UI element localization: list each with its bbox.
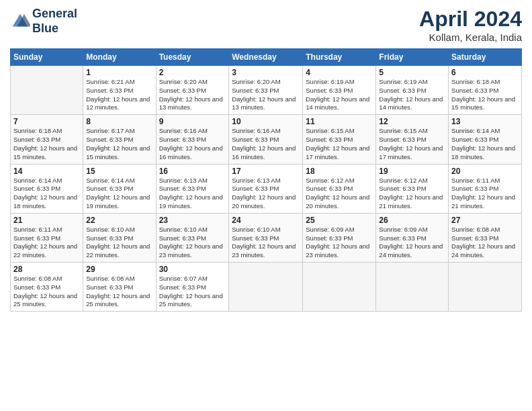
day-info: Sunrise: 6:15 AM Sunset: 6:33 PM Dayligh… [379, 127, 445, 161]
calendar-cell: 9Sunrise: 6:16 AM Sunset: 6:33 PM Daylig… [156, 115, 229, 164]
day-number: 14 [13, 167, 80, 176]
day-number: 1 [86, 68, 152, 77]
day-number: 9 [159, 117, 226, 126]
calendar-cell: 25Sunrise: 6:09 AM Sunset: 6:33 PM Dayli… [303, 213, 376, 262]
day-info: Sunrise: 6:12 AM Sunset: 6:33 PM Dayligh… [379, 177, 445, 211]
calendar-cell: 20Sunrise: 6:11 AM Sunset: 6:33 PM Dayli… [449, 164, 522, 213]
day-number: 6 [451, 68, 519, 77]
day-info: Sunrise: 6:10 AM Sunset: 6:33 PM Dayligh… [86, 226, 152, 260]
day-info: Sunrise: 6:12 AM Sunset: 6:33 PM Dayligh… [306, 177, 373, 211]
day-number: 5 [379, 68, 445, 77]
calendar-week-row: 1Sunrise: 6:21 AM Sunset: 6:33 PM Daylig… [11, 66, 522, 115]
calendar-cell: 6Sunrise: 6:18 AM Sunset: 6:33 PM Daylig… [449, 66, 522, 115]
day-number: 26 [379, 216, 445, 225]
day-number: 19 [379, 167, 445, 176]
weekday-header-friday: Friday [376, 49, 449, 66]
day-number: 20 [451, 167, 519, 176]
day-info: Sunrise: 6:08 AM Sunset: 6:33 PM Dayligh… [86, 275, 152, 309]
day-info: Sunrise: 6:19 AM Sunset: 6:33 PM Dayligh… [379, 78, 445, 112]
calendar-cell: 3Sunrise: 6:20 AM Sunset: 6:33 PM Daylig… [229, 66, 303, 115]
calendar-cell: 4Sunrise: 6:19 AM Sunset: 6:33 PM Daylig… [303, 66, 376, 115]
calendar-table: SundayMondayTuesdayWednesdayThursdayFrid… [10, 48, 522, 312]
day-number: 17 [232, 167, 300, 176]
day-number: 16 [159, 167, 226, 176]
calendar-cell: 21Sunrise: 6:11 AM Sunset: 6:33 PM Dayli… [11, 213, 83, 262]
day-number: 13 [451, 117, 519, 126]
calendar-cell: 19Sunrise: 6:12 AM Sunset: 6:33 PM Dayli… [376, 164, 449, 213]
weekday-header-sunday: Sunday [11, 49, 83, 66]
calendar-cell: 13Sunrise: 6:14 AM Sunset: 6:33 PM Dayli… [449, 115, 522, 164]
calendar-cell: 16Sunrise: 6:13 AM Sunset: 6:33 PM Dayli… [156, 164, 229, 213]
calendar-cell: 23Sunrise: 6:10 AM Sunset: 6:33 PM Dayli… [156, 213, 229, 262]
day-number: 22 [86, 216, 152, 225]
month-year: April 2024 [419, 7, 522, 32]
day-number: 4 [306, 68, 373, 77]
calendar-week-row: 28Sunrise: 6:08 AM Sunset: 6:33 PM Dayli… [11, 263, 522, 312]
calendar-cell: 15Sunrise: 6:14 AM Sunset: 6:33 PM Dayli… [83, 164, 156, 213]
logo-icon [10, 11, 30, 32]
day-info: Sunrise: 6:11 AM Sunset: 6:33 PM Dayligh… [451, 177, 519, 211]
page-container: General Blue April 2024 Kollam, Kerala, … [0, 0, 532, 318]
day-info: Sunrise: 6:08 AM Sunset: 6:33 PM Dayligh… [13, 275, 80, 309]
calendar-week-row: 14Sunrise: 6:14 AM Sunset: 6:33 PM Dayli… [11, 164, 522, 213]
calendar-cell: 7Sunrise: 6:18 AM Sunset: 6:33 PM Daylig… [11, 115, 83, 164]
calendar-cell: 8Sunrise: 6:17 AM Sunset: 6:33 PM Daylig… [83, 115, 156, 164]
day-info: Sunrise: 6:10 AM Sunset: 6:33 PM Dayligh… [159, 226, 226, 260]
day-info: Sunrise: 6:09 AM Sunset: 6:33 PM Dayligh… [379, 226, 445, 260]
day-number: 8 [86, 117, 152, 126]
calendar-cell: 27Sunrise: 6:08 AM Sunset: 6:33 PM Dayli… [449, 213, 522, 262]
calendar-cell [11, 66, 83, 115]
logo: General Blue [10, 7, 77, 36]
location: Kollam, Kerala, India [419, 32, 522, 43]
calendar-cell: 5Sunrise: 6:19 AM Sunset: 6:33 PM Daylig… [376, 66, 449, 115]
calendar-cell: 2Sunrise: 6:20 AM Sunset: 6:33 PM Daylig… [156, 66, 229, 115]
calendar-cell: 22Sunrise: 6:10 AM Sunset: 6:33 PM Dayli… [83, 213, 156, 262]
day-number: 2 [159, 68, 226, 77]
day-number: 23 [159, 216, 226, 225]
calendar-week-row: 21Sunrise: 6:11 AM Sunset: 6:33 PM Dayli… [11, 213, 522, 262]
day-info: Sunrise: 6:09 AM Sunset: 6:33 PM Dayligh… [306, 226, 373, 260]
day-info: Sunrise: 6:08 AM Sunset: 6:33 PM Dayligh… [451, 226, 519, 260]
day-info: Sunrise: 6:13 AM Sunset: 6:33 PM Dayligh… [232, 177, 300, 211]
day-number: 21 [13, 216, 80, 225]
day-number: 15 [86, 167, 152, 176]
day-info: Sunrise: 6:20 AM Sunset: 6:33 PM Dayligh… [232, 78, 300, 112]
calendar-cell: 17Sunrise: 6:13 AM Sunset: 6:33 PM Dayli… [229, 164, 303, 213]
calendar-cell: 14Sunrise: 6:14 AM Sunset: 6:33 PM Dayli… [11, 164, 83, 213]
day-number: 25 [306, 216, 373, 225]
day-number: 11 [306, 117, 373, 126]
day-info: Sunrise: 6:07 AM Sunset: 6:33 PM Dayligh… [159, 275, 226, 309]
day-number: 10 [232, 117, 300, 126]
day-info: Sunrise: 6:16 AM Sunset: 6:33 PM Dayligh… [232, 127, 300, 161]
calendar-cell [303, 263, 376, 312]
weekday-header-thursday: Thursday [303, 49, 376, 66]
calendar-cell: 12Sunrise: 6:15 AM Sunset: 6:33 PM Dayli… [376, 115, 449, 164]
calendar-cell: 26Sunrise: 6:09 AM Sunset: 6:33 PM Dayli… [376, 213, 449, 262]
header: General Blue April 2024 Kollam, Kerala, … [10, 7, 522, 43]
day-info: Sunrise: 6:14 AM Sunset: 6:33 PM Dayligh… [451, 127, 519, 161]
logo-text: General Blue [32, 7, 77, 36]
day-info: Sunrise: 6:10 AM Sunset: 6:33 PM Dayligh… [232, 226, 300, 260]
weekday-header-saturday: Saturday [449, 49, 522, 66]
day-info: Sunrise: 6:15 AM Sunset: 6:33 PM Dayligh… [306, 127, 373, 161]
weekday-header-monday: Monday [83, 49, 156, 66]
calendar-week-row: 7Sunrise: 6:18 AM Sunset: 6:33 PM Daylig… [11, 115, 522, 164]
day-info: Sunrise: 6:11 AM Sunset: 6:33 PM Dayligh… [13, 226, 80, 260]
weekday-header-wednesday: Wednesday [229, 49, 303, 66]
calendar-cell: 1Sunrise: 6:21 AM Sunset: 6:33 PM Daylig… [83, 66, 156, 115]
day-info: Sunrise: 6:20 AM Sunset: 6:33 PM Dayligh… [159, 78, 226, 112]
day-info: Sunrise: 6:18 AM Sunset: 6:33 PM Dayligh… [13, 127, 80, 161]
calendar-cell: 18Sunrise: 6:12 AM Sunset: 6:33 PM Dayli… [303, 164, 376, 213]
day-number: 18 [306, 167, 373, 176]
day-number: 27 [451, 216, 519, 225]
calendar-cell [376, 263, 449, 312]
calendar-cell: 29Sunrise: 6:08 AM Sunset: 6:33 PM Dayli… [83, 263, 156, 312]
calendar-cell [449, 263, 522, 312]
weekday-header-tuesday: Tuesday [156, 49, 229, 66]
day-number: 29 [86, 265, 152, 274]
day-info: Sunrise: 6:16 AM Sunset: 6:33 PM Dayligh… [159, 127, 226, 161]
calendar-cell: 11Sunrise: 6:15 AM Sunset: 6:33 PM Dayli… [303, 115, 376, 164]
day-info: Sunrise: 6:13 AM Sunset: 6:33 PM Dayligh… [159, 177, 226, 211]
day-info: Sunrise: 6:14 AM Sunset: 6:33 PM Dayligh… [13, 177, 80, 211]
day-info: Sunrise: 6:21 AM Sunset: 6:33 PM Dayligh… [86, 78, 152, 112]
